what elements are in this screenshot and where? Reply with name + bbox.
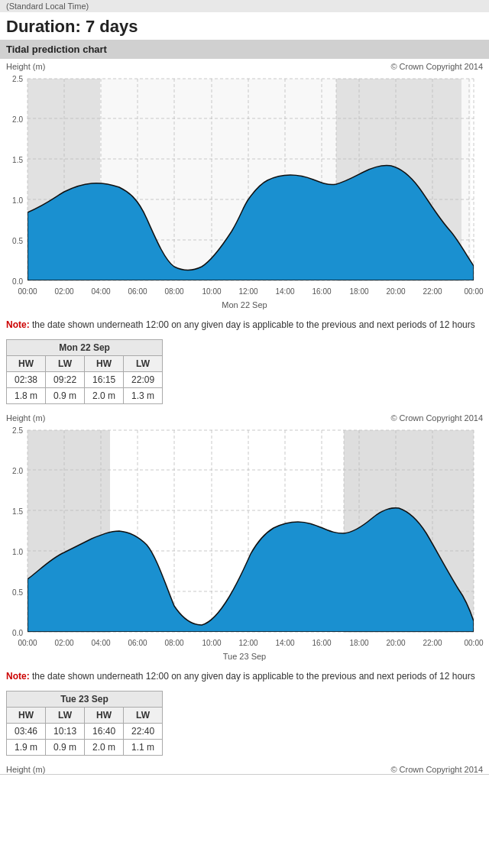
svg-text:10:00: 10:00 bbox=[202, 287, 221, 296]
time-hw2-2: 16:40 bbox=[85, 723, 124, 739]
height-lw2-2: 1.1 m bbox=[124, 739, 163, 755]
time-lw1-1: 09:22 bbox=[46, 371, 85, 387]
height-label-2: Height (m) bbox=[6, 413, 45, 423]
svg-text:08:00: 08:00 bbox=[164, 287, 183, 296]
svg-text:00:00: 00:00 bbox=[18, 287, 37, 296]
svg-text:2.0: 2.0 bbox=[12, 467, 23, 475]
tide-svg-1: 2.5 2.0 1.5 1.0 0.5 0.0 00:00 02:00 04:0… bbox=[0, 71, 489, 300]
svg-text:00:00: 00:00 bbox=[18, 639, 37, 647]
svg-text:20:00: 20:00 bbox=[386, 287, 405, 296]
col-lw1-1: LW bbox=[46, 355, 85, 371]
standard-local-time-label: (Standard Local Time) bbox=[0, 0, 489, 12]
time-lw1-2: 10:13 bbox=[46, 723, 85, 739]
note-section-1: Note: the date shown underneath 12:00 on… bbox=[0, 313, 489, 336]
copyright-1: © Crown Copyright 2014 bbox=[390, 62, 483, 71]
col-hw1-2: HW bbox=[7, 707, 46, 723]
table-date-header-2: Tue 23 Sep bbox=[7, 691, 163, 707]
tide-table-1: Mon 22 Sep HW LW HW LW 02:38 09:22 16:15… bbox=[6, 339, 163, 404]
height-label-3: Height (m) bbox=[6, 765, 45, 774]
svg-text:22:00: 22:00 bbox=[423, 287, 442, 296]
note-section-2: Note: the date shown underneath 12:00 on… bbox=[0, 664, 489, 688]
svg-text:04:00: 04:00 bbox=[91, 639, 110, 647]
svg-text:16:00: 16:00 bbox=[312, 287, 331, 296]
chart-date-label-2: Tue 23 Sep bbox=[0, 652, 489, 664]
chart-date-label-1: Mon 22 Sep bbox=[0, 300, 489, 313]
svg-text:00:00: 00:00 bbox=[464, 287, 483, 296]
svg-text:14:00: 14:00 bbox=[275, 287, 294, 296]
svg-text:14:00: 14:00 bbox=[275, 639, 294, 647]
duration-title: Duration: 7 days bbox=[0, 12, 489, 40]
note-label-1: Note: bbox=[6, 319, 30, 330]
col-hw1-1: HW bbox=[7, 355, 46, 371]
svg-text:1.5: 1.5 bbox=[12, 507, 23, 516]
svg-text:2.5: 2.5 bbox=[12, 75, 23, 83]
chart-svg-area-2: 2.5 2.0 1.5 1.0 0.5 0.0 00:00 02:00 04:0… bbox=[0, 423, 489, 652]
time-lw2-1: 22:09 bbox=[124, 371, 163, 387]
time-hw1-2: 03:46 bbox=[7, 723, 46, 739]
height-label-1: Height (m) bbox=[6, 62, 45, 71]
svg-text:22:00: 22:00 bbox=[423, 639, 442, 647]
chart-section-header: Tidal prediction chart bbox=[0, 40, 489, 59]
svg-text:16:00: 16:00 bbox=[312, 639, 331, 647]
col-lw2-1: LW bbox=[124, 355, 163, 371]
note-text-1: the date shown underneath 12:00 on any g… bbox=[30, 319, 475, 330]
col-lw2-2: LW bbox=[124, 707, 163, 723]
svg-text:0.5: 0.5 bbox=[12, 237, 23, 245]
height-lw1-2: 0.9 m bbox=[46, 739, 85, 755]
svg-text:08:00: 08:00 bbox=[164, 639, 183, 647]
svg-text:2.5: 2.5 bbox=[12, 426, 23, 435]
svg-text:2.0: 2.0 bbox=[12, 115, 23, 124]
svg-text:12:00: 12:00 bbox=[238, 639, 257, 647]
height-hw1-1: 1.8 m bbox=[7, 387, 46, 403]
svg-text:18:00: 18:00 bbox=[349, 287, 368, 296]
col-lw1-2: LW bbox=[46, 707, 85, 723]
copyright-2: © Crown Copyright 2014 bbox=[390, 413, 483, 423]
time-lw2-2: 22:40 bbox=[124, 723, 163, 739]
svg-text:1.5: 1.5 bbox=[12, 156, 23, 164]
svg-text:02:00: 02:00 bbox=[54, 639, 73, 647]
note-label-2: Note: bbox=[6, 671, 30, 682]
copyright-3: © Crown Copyright 2014 bbox=[390, 765, 483, 774]
height-lw1-1: 0.9 m bbox=[46, 387, 85, 403]
svg-text:12:00: 12:00 bbox=[238, 287, 257, 296]
tidal-chart-3: Height (m) © Crown Copyright 2014 bbox=[0, 762, 489, 797]
chart-svg-area-1: 2.5 2.0 1.5 1.0 0.5 0.0 00:00 02:00 04:0… bbox=[0, 71, 489, 300]
time-hw1-1: 02:38 bbox=[7, 371, 46, 387]
svg-text:04:00: 04:00 bbox=[91, 287, 110, 296]
tidal-chart-1: Height (m) © Crown Copyright 2014 bbox=[0, 59, 489, 313]
height-hw2-2: 2.0 m bbox=[85, 739, 124, 755]
height-hw1-2: 1.9 m bbox=[7, 739, 46, 755]
svg-text:1.0: 1.0 bbox=[12, 196, 23, 205]
tide-table-2: Tue 23 Sep HW LW HW LW 03:46 10:13 16:40… bbox=[6, 691, 163, 756]
tide-svg-2: 2.5 2.0 1.5 1.0 0.5 0.0 00:00 02:00 04:0… bbox=[0, 423, 489, 652]
height-lw2-1: 1.3 m bbox=[124, 387, 163, 403]
svg-text:10:00: 10:00 bbox=[202, 639, 221, 647]
svg-text:0.5: 0.5 bbox=[12, 588, 23, 597]
table-date-header-1: Mon 22 Sep bbox=[7, 339, 163, 355]
svg-text:18:00: 18:00 bbox=[349, 639, 368, 647]
height-hw2-1: 2.0 m bbox=[85, 387, 124, 403]
svg-text:1.0: 1.0 bbox=[12, 548, 23, 556]
col-hw2-1: HW bbox=[85, 355, 124, 371]
chart-3-partial bbox=[0, 774, 489, 797]
svg-text:00:00: 00:00 bbox=[464, 639, 483, 647]
tidal-chart-2: Height (m) © Crown Copyright 2014 bbox=[0, 410, 489, 664]
svg-text:20:00: 20:00 bbox=[386, 639, 405, 647]
svg-text:0.0: 0.0 bbox=[12, 277, 23, 286]
time-hw2-1: 16:15 bbox=[85, 371, 124, 387]
col-hw2-2: HW bbox=[85, 707, 124, 723]
svg-text:06:00: 06:00 bbox=[128, 287, 147, 296]
svg-text:0.0: 0.0 bbox=[12, 629, 23, 637]
svg-text:06:00: 06:00 bbox=[128, 639, 147, 647]
svg-text:02:00: 02:00 bbox=[54, 287, 73, 296]
note-text-2: the date shown underneath 12:00 on any g… bbox=[30, 671, 475, 682]
